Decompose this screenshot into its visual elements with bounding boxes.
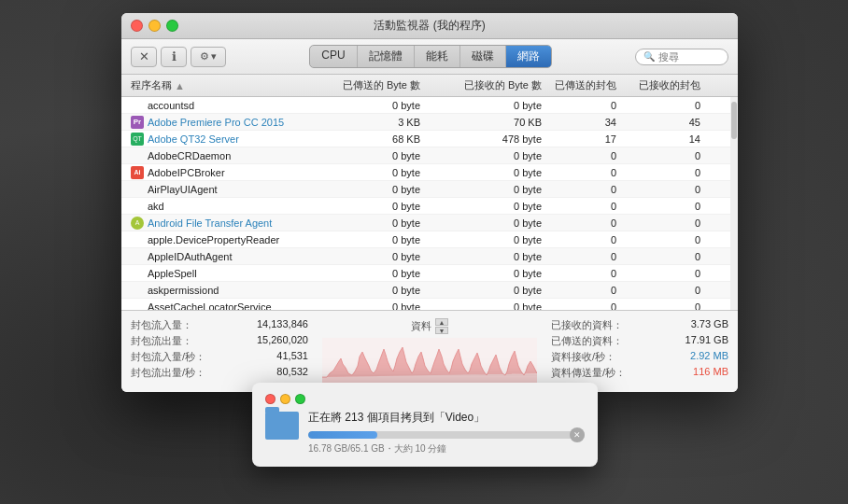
- chart-svg: [322, 338, 537, 385]
- sort-arrow-icon: ▲: [175, 80, 185, 91]
- cell-pktrecv: 14: [626, 133, 710, 145]
- stepper-up[interactable]: ▲: [435, 318, 448, 326]
- toolbar: ✕ ℹ ⚙ ▾ CPU 記憶體 能耗 磁碟 網路 🔍: [121, 39, 738, 75]
- progress-info: 正在將 213 個項目拷貝到「Video」 ✕ 16.78 GB/65.1 GB…: [308, 410, 585, 455]
- table-wrapper: accountsd 0 byte 0 byte 0 0 PrAdobe Prem…: [121, 97, 738, 310]
- stat-value: 15,260,020: [257, 334, 308, 348]
- table-row[interactable]: AssetCacheLocatorService 0 byte 0 byte 0…: [121, 299, 738, 310]
- cell-pktsent: 17: [551, 133, 626, 145]
- tab-group: CPU 記憶體 能耗 磁碟 網路: [309, 45, 551, 68]
- pd-close-button[interactable]: [265, 394, 276, 404]
- search-input[interactable]: [658, 51, 724, 63]
- table-row[interactable]: apple.DevicePropertyReader 0 byte 0 byte…: [121, 231, 738, 248]
- cell-recv: 70 KB: [430, 117, 551, 128]
- stat-row-right: 資料傳送量/秒：116 MB: [551, 366, 728, 380]
- cell-pktsent: 0: [551, 217, 626, 229]
- stat-value: 80,532: [276, 366, 308, 380]
- cell-sent: 0 byte: [308, 150, 430, 161]
- stat-value: 116 MB: [693, 366, 728, 380]
- scroll-thumb[interactable]: [731, 102, 737, 139]
- pd-minimize-button[interactable]: [280, 394, 290, 404]
- folder-icon: [265, 412, 299, 440]
- stats-area: 封包流入量：14,133,846封包流出量：15,260,020封包流入量/秒：…: [121, 310, 738, 392]
- cell-recv: 0 byte: [430, 251, 551, 262]
- stop-button[interactable]: ✕: [131, 47, 157, 67]
- table-row[interactable]: AiAdobeIPCBroker 0 byte 0 byte 0 0: [121, 164, 738, 181]
- cell-sent: 0 byte: [308, 268, 430, 279]
- table-row[interactable]: PrAdobe Premiere Pro CC 2015 3 KB 70 KB …: [121, 114, 738, 131]
- cell-name: apple.DevicePropertyReader: [121, 234, 308, 245]
- cell-pktrecv: 0: [626, 301, 710, 311]
- cell-pktrecv: 0: [626, 201, 710, 212]
- cell-pktsent: 0: [551, 268, 626, 279]
- cell-sent: 0 byte: [308, 167, 430, 178]
- table-body: accountsd 0 byte 0 byte 0 0 PrAdobe Prem…: [121, 97, 738, 310]
- cell-pktrecv: 0: [626, 268, 710, 279]
- maximize-button[interactable]: [166, 20, 178, 32]
- stat-label: 已接收的資料：: [551, 318, 623, 332]
- title-bar: 活動監視器 (我的程序): [121, 13, 738, 39]
- table-row[interactable]: askpermissiond 0 byte 0 byte 0 0: [121, 282, 738, 299]
- app-icon-qt: QT: [131, 133, 144, 146]
- cell-sent: 68 KB: [308, 133, 430, 145]
- pd-maximize-button[interactable]: [295, 394, 305, 404]
- cell-name: AssetCacheLocatorService: [121, 301, 308, 311]
- cell-name: AAndroid File Transfer Agent: [121, 217, 308, 230]
- chevron-down-icon: ▾: [211, 50, 217, 63]
- table-row[interactable]: QTAdobe QT32 Server 68 KB 478 byte 17 14: [121, 131, 738, 147]
- table-row[interactable]: AAndroid File Transfer Agent 0 byte 0 by…: [121, 215, 738, 231]
- header-sent-bytes[interactable]: 已傳送的 Byte 數: [308, 78, 430, 92]
- cell-pktrecv: 0: [626, 251, 710, 262]
- action-button[interactable]: ⚙ ▾: [191, 47, 226, 67]
- cell-pktsent: 0: [551, 285, 626, 296]
- cell-pktsent: 34: [551, 117, 626, 128]
- info-button[interactable]: ℹ: [161, 47, 187, 67]
- app-icon-adobe: Ai: [131, 166, 144, 179]
- network-chart: [322, 338, 537, 385]
- progress-title-text: 正在將 213 個項目拷貝到「Video」: [308, 410, 585, 426]
- cell-recv: 0 byte: [430, 184, 551, 195]
- cell-recv: 0 byte: [430, 201, 551, 212]
- stats-right: 已接收的資料：3.73 GB已傳送的資料：17.91 GB資料接收/秒：2.92…: [551, 318, 728, 385]
- table-row[interactable]: accountsd 0 byte 0 byte 0 0: [121, 97, 738, 114]
- scrollbar[interactable]: [730, 97, 738, 310]
- chart-stepper[interactable]: ▲ ▼: [435, 318, 448, 334]
- table-row[interactable]: AppleIDAuthAgent 0 byte 0 byte 0 0: [121, 248, 738, 265]
- progress-close-icon[interactable]: ✕: [570, 427, 585, 442]
- cell-name: AppleIDAuthAgent: [121, 251, 308, 262]
- stat-row-left: 封包流入量：14,133,846: [131, 318, 308, 332]
- stat-label: 封包流入量：: [131, 318, 192, 332]
- tab-disk[interactable]: 磁碟: [460, 46, 506, 67]
- close-button[interactable]: [131, 20, 143, 32]
- cell-pktsent: 0: [551, 150, 626, 161]
- cell-recv: 0 byte: [430, 100, 551, 111]
- cell-pktrecv: 0: [626, 285, 710, 296]
- minimize-button[interactable]: [148, 20, 161, 32]
- tab-cpu[interactable]: CPU: [310, 46, 357, 67]
- progress-bar-container: [308, 431, 585, 439]
- cell-recv: 0 byte: [430, 217, 551, 229]
- stat-label: 資料接收/秒：: [551, 350, 615, 364]
- table-row[interactable]: akd 0 byte 0 byte 0 0: [121, 198, 738, 215]
- app-icon-android: A: [131, 217, 144, 230]
- cell-pktrecv: 0: [626, 234, 710, 245]
- header-recv-pkts[interactable]: 已接收的封包: [626, 78, 710, 92]
- tab-memory[interactable]: 記憶體: [358, 46, 415, 67]
- header-recv-bytes[interactable]: 已接收的 Byte 數: [430, 78, 551, 92]
- cell-sent: 3 KB: [308, 117, 430, 128]
- table-row[interactable]: AirPlayUIAgent 0 byte 0 byte 0 0: [121, 181, 738, 198]
- cell-pktsent: 0: [551, 201, 626, 212]
- stats-left: 封包流入量：14,133,846封包流出量：15,260,020封包流入量/秒：…: [131, 318, 308, 385]
- tab-network[interactable]: 網路: [506, 46, 551, 67]
- table-row[interactable]: AdobeCRDaemon 0 byte 0 byte 0 0: [121, 147, 738, 164]
- table-row[interactable]: AppleSpell 0 byte 0 byte 0 0: [121, 265, 738, 282]
- stat-value: 3.73 GB: [691, 318, 728, 332]
- cell-pktrecv: 0: [626, 100, 710, 111]
- header-sent-pkts[interactable]: 已傳送的封包: [551, 78, 626, 92]
- toolbar-left: ✕ ℹ ⚙ ▾: [131, 47, 226, 67]
- window-controls: [131, 20, 178, 32]
- tab-energy[interactable]: 能耗: [415, 46, 460, 67]
- header-name[interactable]: 程序名稱 ▲: [121, 78, 308, 92]
- cell-recv: 478 byte: [430, 133, 551, 145]
- stepper-down[interactable]: ▼: [435, 327, 448, 334]
